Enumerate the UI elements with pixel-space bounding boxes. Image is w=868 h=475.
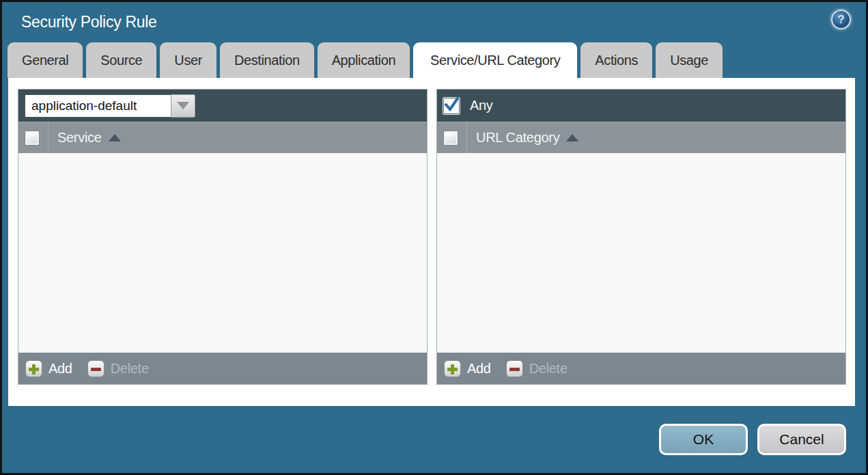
any-checkbox[interactable]	[443, 98, 460, 114]
service-grid-footer: Add Delete	[18, 353, 427, 384]
column-divider	[48, 122, 48, 153]
delete-label: Delete	[529, 361, 568, 377]
add-label: Add	[467, 361, 491, 377]
delete-service-button[interactable]: Delete	[87, 360, 149, 377]
url-category-grid-header: URL Category	[437, 122, 845, 153]
help-icon[interactable]: ?	[831, 10, 851, 29]
service-column-header[interactable]: Service	[57, 130, 102, 146]
help-glyph: ?	[837, 13, 844, 27]
url-category-panel-toolbar: Any	[437, 90, 845, 122]
service-panel-toolbar	[18, 90, 427, 122]
ok-button[interactable]: OK	[659, 424, 748, 455]
tab-destination[interactable]: Destination	[220, 42, 314, 78]
add-label: Add	[48, 361, 72, 377]
dialog-action-row: OK Cancel	[2, 406, 866, 473]
column-divider	[466, 122, 467, 153]
tab-application[interactable]: Application	[318, 42, 410, 78]
select-all-services-checkbox[interactable]	[25, 131, 40, 146]
security-policy-rule-dialog: Security Policy Rule ? General Source Us…	[0, 0, 868, 475]
url-category-list	[437, 153, 845, 353]
select-all-url-categories-checkbox[interactable]	[443, 131, 458, 146]
tab-usage[interactable]: Usage	[656, 42, 723, 78]
page-title: Security Policy Rule	[21, 13, 157, 31]
tab-source[interactable]: Source	[86, 42, 156, 78]
url-category-column-header[interactable]: URL Category	[476, 130, 559, 146]
plus-icon	[444, 360, 461, 377]
checkmark-icon	[444, 97, 459, 112]
dialog-titlebar: Security Policy Rule ?	[2, 2, 866, 42]
service-type-input[interactable]	[25, 94, 171, 118]
tab-general[interactable]: General	[8, 42, 83, 78]
dropdown-arrow-button[interactable]	[171, 94, 195, 118]
url-category-panel: Any URL Category Add Delete	[436, 89, 846, 385]
add-url-category-button[interactable]: Add	[444, 360, 491, 377]
plus-icon	[25, 360, 42, 377]
minus-icon	[506, 360, 523, 377]
tab-user[interactable]: User	[160, 42, 216, 78]
service-panel: Service Add Delete	[18, 89, 428, 385]
service-type-dropdown[interactable]	[25, 94, 195, 118]
any-label: Any	[470, 98, 493, 113]
tab-content: Service Add Delete	[8, 78, 855, 406]
delete-label: Delete	[111, 361, 149, 377]
minus-icon	[87, 360, 104, 377]
tab-bar: General Source User Destination Applicat…	[2, 42, 866, 78]
sort-ascending-icon[interactable]	[566, 134, 578, 141]
tab-service-url-category[interactable]: Service/URL Category	[413, 42, 577, 78]
chevron-down-icon	[177, 102, 189, 109]
sort-ascending-icon[interactable]	[109, 134, 121, 141]
url-category-grid-footer: Add Delete	[437, 353, 845, 384]
service-list	[18, 153, 427, 353]
delete-url-category-button[interactable]: Delete	[506, 360, 568, 377]
service-grid-header: Service	[18, 122, 427, 153]
add-service-button[interactable]: Add	[25, 360, 72, 377]
cancel-button[interactable]: Cancel	[757, 424, 846, 455]
tab-actions[interactable]: Actions	[580, 42, 652, 78]
